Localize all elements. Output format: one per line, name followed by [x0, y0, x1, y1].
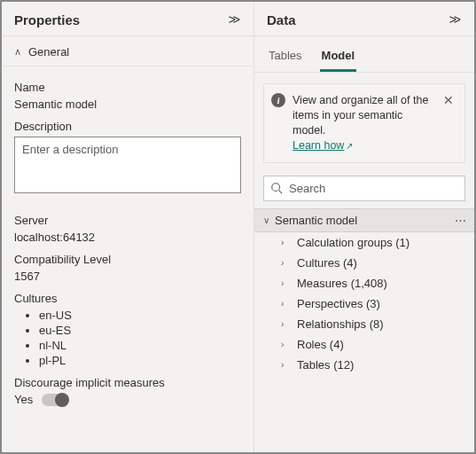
tree-item[interactable]: ›Tables (12): [254, 355, 474, 375]
tab-model[interactable]: Model: [320, 43, 357, 72]
list-item: en-US: [39, 309, 241, 322]
tree-item-label: Calculation groups (1): [297, 236, 410, 249]
tree-root-label: Semantic model: [275, 214, 357, 227]
chevron-right-icon: ›: [281, 238, 292, 247]
chevron-up-icon: ∧: [14, 46, 21, 58]
chevron-right-icon: ›: [281, 340, 292, 349]
discourage-value: Yes: [14, 393, 33, 406]
name-label: Name: [14, 81, 241, 94]
description-input[interactable]: [14, 137, 241, 193]
tree-item[interactable]: ›Perspectives (3): [254, 294, 474, 314]
server-label: Server: [14, 214, 241, 227]
tree-item-label: Cultures (4): [297, 256, 357, 270]
chevron-down-icon: ∨: [263, 215, 269, 225]
learn-how-link[interactable]: Learn how: [293, 139, 344, 152]
data-collapse-button[interactable]: >>: [446, 11, 462, 28]
tree-root[interactable]: ∨ Semantic model ⋯: [254, 208, 474, 232]
model-tree: ∨ Semantic model ⋯ ›Calculation groups (…: [254, 208, 474, 384]
search-wrap: [263, 176, 465, 201]
discourage-label: Discourage implicit measures: [14, 376, 241, 389]
data-title: Data: [267, 12, 296, 27]
tree-item[interactable]: ›Calculation groups (1): [254, 232, 474, 253]
info-message: View and organize all of the items in yo…: [293, 94, 428, 137]
tab-tables[interactable]: Tables: [267, 43, 304, 72]
compat-label: Compatibility Level: [14, 253, 241, 266]
properties-form: Name Semantic model Description Server l…: [2, 67, 254, 419]
compat-value: 1567: [14, 270, 241, 283]
discourage-toggle[interactable]: [42, 394, 68, 406]
tree-item-label: Relationships (8): [297, 317, 384, 331]
name-value: Semantic model: [14, 98, 241, 111]
more-options-icon[interactable]: ⋯: [455, 214, 467, 227]
tree-item-label: Tables (12): [297, 358, 354, 372]
tree-item[interactable]: ›Roles (4): [254, 334, 474, 355]
svg-line-1: [279, 191, 283, 194]
tree-item[interactable]: ›Cultures (4): [254, 253, 474, 273]
info-icon: i: [271, 93, 285, 107]
tree-item[interactable]: ›Relationships (8): [254, 314, 474, 334]
cultures-label: Cultures: [14, 292, 241, 305]
tree-item-label: Perspectives (3): [297, 297, 380, 310]
data-tabs: Tables Model: [254, 36, 474, 73]
properties-panel: Properties >> ∧ General Name Semantic mo…: [2, 2, 254, 452]
general-section-toggle[interactable]: ∧ General: [2, 36, 254, 67]
list-item: pl-PL: [39, 354, 241, 367]
chevron-right-icon: ›: [281, 278, 292, 288]
description-label: Description: [14, 120, 241, 133]
general-label: General: [28, 45, 69, 59]
toggle-knob: [55, 393, 69, 407]
properties-title: Properties: [14, 12, 80, 27]
tree-item-label: Measures (1,408): [297, 277, 387, 290]
properties-header: Properties >>: [2, 2, 254, 36]
external-link-icon: ↗: [346, 141, 353, 151]
tree-item[interactable]: ›Measures (1,408): [254, 273, 474, 294]
svg-point-0: [272, 184, 280, 192]
close-icon[interactable]: ✕: [440, 93, 457, 107]
info-text: View and organize all of the items in yo…: [293, 93, 433, 153]
chevron-right-icon: ›: [281, 258, 292, 268]
chevron-right-icon: ›: [281, 299, 292, 309]
properties-collapse-button[interactable]: >>: [225, 11, 241, 28]
list-item: eu-ES: [39, 324, 241, 337]
data-panel: Data >> Tables Model i View and organize…: [254, 2, 474, 452]
cultures-list: en-US eu-ES nl-NL pl-PL: [14, 309, 241, 367]
server-value: localhost:64132: [14, 231, 241, 244]
data-header: Data >>: [254, 2, 474, 36]
list-item: nl-NL: [39, 339, 241, 352]
chevron-right-icon: ›: [281, 319, 292, 329]
chevron-right-icon: ›: [281, 360, 292, 370]
search-input[interactable]: [263, 176, 465, 201]
info-banner: i View and organize all of the items in …: [263, 83, 465, 163]
tree-item-label: Roles (4): [297, 338, 344, 351]
search-icon: [270, 182, 283, 194]
